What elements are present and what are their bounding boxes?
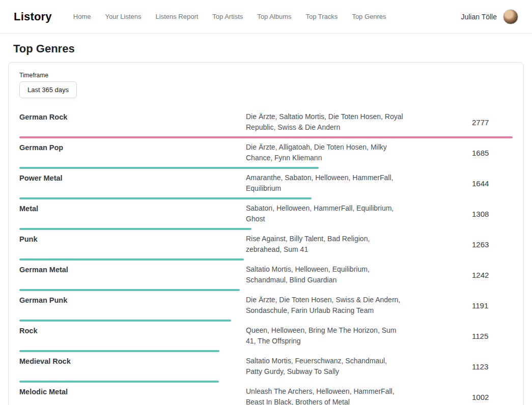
page-title: Top Genres (13, 42, 532, 55)
genre-name: Punk (19, 234, 246, 255)
genre-row: Power Metal Amaranthe, Sabaton, Hellowee… (19, 172, 513, 199)
genre-list: German Rock Die Ärzte, Saltatio Mortis, … (19, 111, 513, 405)
user-avatar[interactable] (503, 9, 518, 24)
nav-item-your-listens[interactable]: Your Listens (105, 13, 141, 20)
nav-item-top-tracks[interactable]: Top Tracks (306, 13, 338, 20)
genre-row: German Metal Saltatio Mortis, Helloween,… (19, 264, 513, 291)
genre-bar (19, 136, 513, 138)
genre-bar (19, 258, 244, 261)
user-name[interactable]: Julian Tölle (461, 13, 497, 21)
timeframe-label: Timeframe (19, 72, 513, 79)
genre-artists: Amaranthe, Sabaton, Helloween, HammerFal… (246, 172, 404, 194)
genre-count: 1123 (472, 362, 513, 371)
genre-count: 1685 (472, 149, 513, 157)
genre-count: 1191 (472, 301, 513, 310)
timeframe-select[interactable]: Last 365 days (19, 81, 77, 98)
genre-artists: Die Ärzte, Saltatio Mortis, Die Toten Ho… (246, 111, 404, 133)
genre-bar (19, 167, 319, 169)
brand-logo[interactable]: Listory (14, 10, 52, 23)
genre-name: German Rock (19, 111, 246, 133)
nav-item-top-artists[interactable]: Top Artists (212, 13, 243, 20)
genre-row: Metal Sabaton, Helloween, HammerFall, Eq… (19, 203, 513, 230)
genre-row: Melodic Metal Unleash The Archers, Hello… (19, 386, 513, 405)
nav-item-top-genres[interactable]: Top Genres (352, 13, 386, 20)
genre-row: German Punk Die Ärzte, Die Toten Hosen, … (19, 295, 513, 322)
top-navbar: Listory Home Your Listens Listens Report… (0, 0, 532, 34)
genre-bar (19, 320, 231, 322)
genre-artists: Die Ärzte, Alligatoah, Die Toten Hosen, … (246, 142, 404, 163)
nav-item-listens-report[interactable]: Listens Report (156, 13, 199, 20)
genre-row: Rock Queen, Helloween, Bring Me The Hori… (19, 325, 513, 352)
genre-count: 1242 (472, 271, 513, 279)
genre-row: German Pop Die Ärzte, Alligatoah, Die To… (19, 142, 513, 169)
genre-artists: Rise Against, Billy Talent, Bad Religion… (246, 234, 404, 255)
genre-row: Medieval Rock Saltatio Mortis, Feuerschw… (19, 356, 513, 383)
genre-bar (19, 289, 240, 291)
genre-name: Melodic Metal (19, 386, 246, 405)
genre-artists: Queen, Helloween, Bring Me The Horizon, … (246, 325, 404, 346)
genre-count: 1308 (472, 210, 513, 218)
genre-count: 1263 (472, 240, 513, 249)
genre-bar (19, 228, 251, 230)
nav-item-home[interactable]: Home (73, 13, 91, 20)
genre-name: Metal (19, 203, 246, 224)
main-nav: Home Your Listens Listens Report Top Art… (73, 13, 386, 20)
genre-bar (19, 350, 219, 352)
genre-artists: Die Ärzte, Die Toten Hosen, Swiss & Die … (246, 295, 404, 316)
genre-bar (19, 197, 312, 199)
genre-count: 1002 (472, 393, 513, 401)
genre-artists: Saltatio Mortis, Helloween, Equilibrium,… (246, 264, 404, 285)
genre-artists: Saltatio Mortis, Feuerschwanz, Schandmau… (246, 356, 404, 377)
genre-count: 2777 (472, 118, 513, 127)
genre-count: 1644 (472, 179, 513, 188)
user-area: Julian Tölle (461, 9, 518, 24)
genre-count: 1125 (472, 332, 513, 340)
genre-name: Medieval Rock (19, 356, 246, 377)
genre-row: German Rock Die Ärzte, Saltatio Mortis, … (19, 111, 513, 138)
genre-name: German Punk (19, 295, 246, 316)
genre-name: German Pop (19, 142, 246, 163)
genre-name: Rock (19, 325, 246, 346)
genre-bar (19, 381, 219, 383)
genre-artists: Sabaton, Helloween, HammerFall, Equilibr… (246, 203, 404, 224)
genre-name: Power Metal (19, 172, 246, 194)
app-window: Listory Home Your Listens Listens Report… (0, 0, 532, 405)
top-genres-card: Timeframe Last 365 days German Rock Die … (8, 62, 524, 405)
nav-item-top-albums[interactable]: Top Albums (257, 13, 291, 20)
genre-name: German Metal (19, 264, 246, 285)
genre-artists: Unleash The Archers, Helloween, HammerFa… (246, 386, 404, 405)
genre-row: Punk Rise Against, Billy Talent, Bad Rel… (19, 234, 513, 261)
